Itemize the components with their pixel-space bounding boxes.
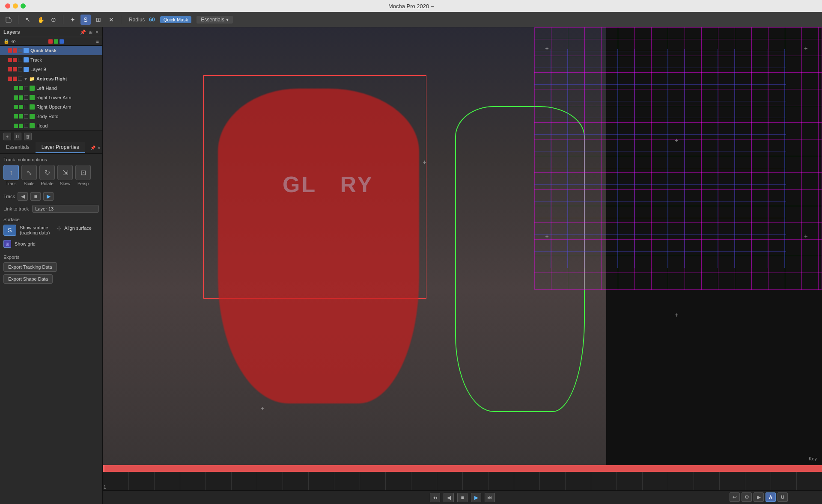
navigate-button[interactable]: ▶ bbox=[754, 492, 764, 502]
track-forward-button[interactable]: ▶ bbox=[43, 192, 54, 201]
essentials-label: Essentials bbox=[201, 17, 224, 23]
corner-plus-icon: + bbox=[545, 233, 548, 240]
lock-icon[interactable]: 🔒 bbox=[3, 39, 9, 44]
settings-button[interactable]: ⚙ bbox=[742, 492, 752, 502]
scale-icon: ⤡ bbox=[21, 165, 37, 180]
layers-close-icon[interactable]: ✕ bbox=[95, 30, 99, 35]
transport-skip-forward-button[interactable]: ⏭ bbox=[485, 493, 495, 502]
close-button[interactable] bbox=[5, 3, 10, 9]
trans-icon: ↕ bbox=[3, 165, 19, 180]
import-icon[interactable] bbox=[3, 15, 14, 25]
transport-back-button[interactable]: ◀ bbox=[444, 493, 454, 502]
toolbar-separator bbox=[18, 15, 18, 24]
layer-vis-sq2 bbox=[19, 86, 23, 90]
expand-icon: ▼ bbox=[24, 77, 28, 81]
layers-pin-icon[interactable]: 📌 bbox=[80, 30, 86, 35]
list-item[interactable]: Body Roto bbox=[0, 112, 102, 121]
timeline-ruler[interactable]: 1 bbox=[103, 472, 822, 490]
delete-layer-icon[interactable]: 🗑 bbox=[24, 133, 32, 140]
list-item[interactable]: Quick Mask bbox=[0, 46, 102, 55]
duplicate-layer-icon[interactable]: ⊔ bbox=[14, 133, 21, 140]
props-pin-icon[interactable]: 📌 bbox=[90, 145, 95, 150]
motion-option-skew[interactable]: ⇲ Skew bbox=[57, 165, 73, 186]
show-surface-option[interactable]: S Show surface (tracking data) bbox=[3, 225, 50, 236]
roto-tool-icon[interactable]: ✦ bbox=[68, 15, 78, 25]
U-button[interactable]: U bbox=[777, 492, 788, 502]
select-tool-icon[interactable]: ↖ bbox=[23, 15, 33, 25]
track-motion-section: Track motion options ↕ Trans ⤡ Scale ↻ bbox=[0, 154, 102, 190]
list-item[interactable]: Right Lower Arm bbox=[0, 93, 102, 102]
zoom-tool-icon[interactable]: ⊙ bbox=[48, 15, 59, 25]
layer-name: Layer 9 bbox=[30, 67, 101, 72]
grid-icon[interactable]: ⊞ bbox=[93, 15, 104, 25]
toolbar-separator-3 bbox=[121, 15, 121, 24]
props-close-icon[interactable]: ✕ bbox=[97, 145, 101, 150]
layer-color-bar bbox=[30, 95, 35, 100]
layer-vis-sq bbox=[14, 105, 18, 109]
glory-text: GL RY bbox=[283, 172, 374, 197]
viewport[interactable]: + + + + + + + + GL RY Key bbox=[103, 27, 822, 465]
frame-number: 1 bbox=[104, 485, 106, 489]
list-item[interactable]: Left Hand bbox=[0, 83, 102, 93]
link-track-dropdown[interactable]: Layer 13 None Layer 9 Track bbox=[32, 205, 99, 213]
red-mask-overlay bbox=[218, 89, 419, 403]
list-item[interactable]: Right Upper Arm bbox=[0, 102, 102, 112]
transport-play-button[interactable]: ▶ bbox=[471, 493, 481, 502]
layer-name: Track bbox=[30, 57, 101, 62]
motion-option-persp[interactable]: ⊡ Persp bbox=[75, 165, 91, 186]
corner-plus-icon: + bbox=[423, 159, 426, 166]
track-backward-button[interactable]: ◀ bbox=[18, 192, 28, 201]
pan-tool-icon[interactable]: ✋ bbox=[36, 15, 46, 25]
export-tracking-button[interactable]: Export Tracking Data bbox=[3, 262, 57, 272]
minimize-button[interactable] bbox=[13, 3, 18, 9]
motion-option-rotate[interactable]: ↻ Rotate bbox=[39, 165, 55, 186]
timeline-track[interactable] bbox=[103, 465, 822, 472]
list-item[interactable]: Head bbox=[0, 121, 102, 130]
layer-name: Body Roto bbox=[36, 114, 101, 119]
eye-icon[interactable]: 👁 bbox=[11, 39, 16, 44]
radius-value: 60 bbox=[149, 17, 155, 23]
motion-options: ↕ Trans ⤡ Scale ↻ Rotate ⇲ bbox=[3, 165, 99, 186]
layer-vis-sq bbox=[14, 86, 18, 90]
corner-plus-icon: + bbox=[261, 405, 265, 412]
list-item[interactable]: ▼ 📁 Actress Right bbox=[0, 74, 102, 83]
motion-option-trans[interactable]: ↕ Trans bbox=[3, 165, 19, 186]
layer-vis-sq2 bbox=[19, 95, 23, 100]
timeline-playhead[interactable] bbox=[103, 465, 104, 472]
motion-option-scale[interactable]: ⤡ Scale bbox=[21, 165, 37, 186]
export-shape-button[interactable]: Export Shape Data bbox=[3, 274, 53, 284]
transport-stop-button[interactable]: ■ bbox=[457, 493, 468, 502]
align-surface-icon: ⊹ bbox=[57, 225, 62, 231]
blue-grid-overlay bbox=[534, 49, 786, 268]
link-track-section: Link to track Layer 13 None Layer 9 Trac… bbox=[0, 203, 102, 214]
layers-menu-icon[interactable]: ≡ bbox=[96, 39, 99, 44]
skew-label: Skew bbox=[60, 181, 70, 186]
show-surface-icon: S bbox=[3, 225, 16, 236]
layer-color-bar bbox=[24, 57, 29, 62]
show-grid-option[interactable]: ⊞ Show grid bbox=[3, 240, 99, 248]
right-transport-icons: ↩ ⚙ ▶ A U bbox=[730, 492, 788, 502]
track-stop-button[interactable]: ■ bbox=[30, 192, 41, 201]
loop-button[interactable]: ↩ bbox=[730, 492, 740, 502]
props-panel-controls: 📌 ✕ bbox=[90, 142, 102, 153]
add-layer-icon[interactable]: + bbox=[3, 133, 11, 140]
transport-skip-back-button[interactable]: ⏮ bbox=[430, 493, 440, 502]
layers-expand-icon[interactable]: ⊞ bbox=[89, 30, 92, 35]
toolbar: ↖ ✋ ⊙ ✦ S ⊞ ✕ Radius 60 Quick Mask Essen… bbox=[0, 12, 822, 27]
A-button[interactable]: A bbox=[765, 492, 776, 502]
maximize-button[interactable] bbox=[21, 3, 26, 9]
green-indicator bbox=[54, 39, 58, 44]
list-item[interactable]: Track bbox=[0, 55, 102, 65]
layer-color-bar bbox=[24, 48, 29, 53]
essentials-button[interactable]: Essentials ▾ bbox=[197, 16, 233, 24]
tab-layer-properties[interactable]: Layer Properties bbox=[36, 142, 85, 153]
properties-panel: Essentials Layer Properties 📌 ✕ Track mo… bbox=[0, 142, 102, 504]
cross-icon[interactable]: ✕ bbox=[106, 15, 116, 25]
mask-tool-icon[interactable]: S bbox=[80, 15, 91, 25]
layer-vis-sq2 bbox=[13, 77, 17, 81]
tab-essentials[interactable]: Essentials bbox=[0, 142, 36, 153]
list-item[interactable]: Layer 9 bbox=[0, 65, 102, 74]
quick-mask-button[interactable]: Quick Mask bbox=[160, 16, 191, 23]
align-surface-option[interactable]: ⊹ Align surface bbox=[57, 225, 92, 231]
surface-options: S Show surface (tracking data) ⊹ Align s… bbox=[3, 225, 99, 237]
